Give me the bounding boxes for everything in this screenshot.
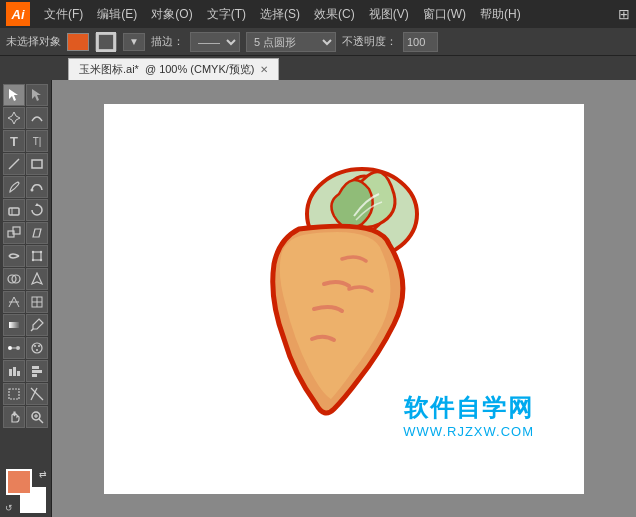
tab-filename: 玉米图标.ai* bbox=[79, 62, 139, 77]
carrot-body bbox=[273, 226, 403, 413]
color-boxes: ⇄ ↺ bbox=[2, 469, 50, 513]
svg-line-41 bbox=[31, 388, 43, 400]
no-selection-label: 未选择对象 bbox=[6, 34, 61, 49]
app-logo: Ai bbox=[6, 2, 30, 26]
menu-file[interactable]: 文件(F) bbox=[38, 4, 89, 25]
column-graph-tool[interactable] bbox=[3, 360, 25, 382]
svg-line-42 bbox=[31, 388, 37, 400]
swap-colors-icon[interactable]: ⇄ bbox=[39, 469, 47, 479]
tab-bar: 玉米图标.ai* @ 100% (CMYK/预览) ✕ bbox=[0, 56, 636, 80]
smooth-tool[interactable] bbox=[26, 176, 48, 198]
svg-rect-12 bbox=[33, 252, 41, 260]
mesh-tool[interactable] bbox=[26, 291, 48, 313]
shear-tool[interactable] bbox=[26, 222, 48, 244]
svg-line-44 bbox=[39, 419, 43, 423]
svg-point-5 bbox=[31, 189, 34, 192]
svg-marker-1 bbox=[9, 89, 18, 101]
svg-rect-4 bbox=[32, 160, 42, 168]
canvas-area: 软件自学网 WWW.RJZXW.COM bbox=[52, 80, 636, 517]
menu-edit[interactable]: 编辑(E) bbox=[91, 4, 143, 25]
fill-color-swatch[interactable] bbox=[67, 33, 89, 51]
svg-point-13 bbox=[32, 251, 34, 253]
zoom-tool[interactable] bbox=[26, 406, 48, 428]
svg-point-33 bbox=[36, 349, 38, 351]
rect-tool[interactable] bbox=[26, 153, 48, 175]
canvas-document: 软件自学网 WWW.RJZXW.COM bbox=[104, 104, 584, 494]
perspective-grid-tool[interactable] bbox=[3, 291, 25, 313]
menu-select[interactable]: 选择(S) bbox=[254, 4, 306, 25]
svg-rect-34 bbox=[9, 369, 12, 376]
symbol-sprayer-tool[interactable] bbox=[26, 337, 48, 359]
main-area: T T| bbox=[0, 80, 636, 517]
svg-point-14 bbox=[40, 251, 42, 253]
svg-rect-0 bbox=[97, 33, 114, 50]
menu-bar[interactable]: 文件(F) 编辑(E) 对象(O) 文字(T) 选择(S) 效果(C) 视图(V… bbox=[38, 4, 527, 25]
artboard-tool[interactable] bbox=[3, 383, 25, 405]
line-tool[interactable] bbox=[3, 153, 25, 175]
svg-line-26 bbox=[31, 329, 33, 331]
bar-graph-tool[interactable] bbox=[26, 360, 48, 382]
svg-point-31 bbox=[34, 345, 36, 347]
svg-point-27 bbox=[8, 346, 12, 350]
watermark: 软件自学网 WWW.RJZXW.COM bbox=[403, 392, 534, 439]
svg-rect-40 bbox=[9, 389, 19, 399]
menu-view[interactable]: 视图(V) bbox=[363, 4, 415, 25]
stroke-dropdown[interactable]: ▼ bbox=[123, 33, 145, 51]
tab-close-button[interactable]: ✕ bbox=[260, 64, 268, 75]
svg-marker-11 bbox=[33, 229, 41, 237]
gradient-tool[interactable] bbox=[3, 314, 25, 336]
svg-rect-25 bbox=[9, 322, 19, 328]
menu-text[interactable]: 文字(T) bbox=[201, 4, 252, 25]
title-bar: Ai 文件(F) 编辑(E) 对象(O) 文字(T) 选择(S) 效果(C) 视… bbox=[0, 0, 636, 28]
watermark-chinese: 软件自学网 bbox=[403, 392, 534, 424]
window-controls: ⊞ bbox=[618, 6, 630, 22]
toolbox: T T| bbox=[0, 80, 52, 517]
shape-builder-tool[interactable] bbox=[3, 268, 25, 290]
options-bar: 未选择对象 ▼ 描边： —— 5 点圆形 不透明度： bbox=[0, 28, 636, 56]
foreground-color[interactable] bbox=[6, 469, 32, 495]
blend-tool[interactable] bbox=[3, 337, 25, 359]
svg-rect-39 bbox=[32, 374, 37, 377]
svg-point-32 bbox=[38, 345, 40, 347]
type-tool[interactable]: T bbox=[3, 130, 25, 152]
watermark-english: WWW.RJZXW.COM bbox=[403, 424, 534, 439]
warp-tool[interactable] bbox=[3, 245, 25, 267]
svg-rect-38 bbox=[32, 370, 42, 373]
eyedropper-tool[interactable] bbox=[26, 314, 48, 336]
svg-rect-36 bbox=[17, 371, 20, 376]
pen-tool[interactable] bbox=[3, 107, 25, 129]
direct-select-tool[interactable] bbox=[26, 84, 48, 106]
svg-line-3 bbox=[9, 159, 19, 169]
reset-colors-icon[interactable]: ↺ bbox=[5, 503, 13, 513]
eraser-tool[interactable] bbox=[3, 199, 25, 221]
pencil-tool[interactable] bbox=[3, 176, 25, 198]
stroke-icon[interactable] bbox=[95, 33, 117, 51]
stroke-label: 描边： bbox=[151, 34, 184, 49]
slice-tool[interactable] bbox=[26, 383, 48, 405]
free-transform-tool[interactable] bbox=[26, 245, 48, 267]
curvature-tool[interactable] bbox=[26, 107, 48, 129]
stroke-style-select[interactable]: —— bbox=[190, 32, 240, 52]
live-paint-tool[interactable] bbox=[26, 268, 48, 290]
svg-point-30 bbox=[32, 343, 42, 353]
stroke-width-select[interactable]: 5 点圆形 bbox=[246, 32, 336, 52]
hand-tool[interactable] bbox=[3, 406, 25, 428]
rotate-tool[interactable] bbox=[26, 199, 48, 221]
svg-point-16 bbox=[40, 259, 42, 261]
select-tool[interactable] bbox=[3, 84, 25, 106]
svg-marker-2 bbox=[32, 89, 41, 101]
svg-rect-35 bbox=[13, 367, 16, 376]
svg-rect-37 bbox=[32, 366, 39, 369]
svg-point-15 bbox=[32, 259, 34, 261]
area-type-tool[interactable]: T| bbox=[26, 130, 48, 152]
menu-object[interactable]: 对象(O) bbox=[145, 4, 198, 25]
menu-window[interactable]: 窗口(W) bbox=[417, 4, 472, 25]
grid-icon: ⊞ bbox=[618, 6, 630, 22]
scale-tool[interactable] bbox=[3, 222, 25, 244]
opacity-input[interactable] bbox=[403, 32, 438, 52]
document-tab[interactable]: 玉米图标.ai* @ 100% (CMYK/预览) ✕ bbox=[68, 58, 279, 80]
menu-effect[interactable]: 效果(C) bbox=[308, 4, 361, 25]
menu-help[interactable]: 帮助(H) bbox=[474, 4, 527, 25]
svg-point-28 bbox=[16, 346, 20, 350]
tab-info: @ 100% (CMYK/预览) bbox=[145, 62, 255, 77]
